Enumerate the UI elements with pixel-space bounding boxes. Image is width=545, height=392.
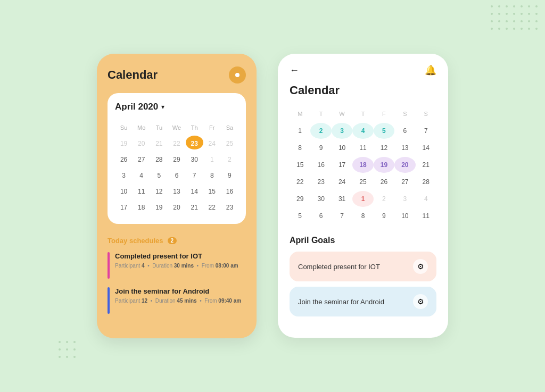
right-cal-header-w: W — [332, 106, 352, 122]
from-2: 09:40 am — [218, 298, 241, 304]
right-cal-day[interactable]: 12 — [374, 140, 394, 156]
cal-day-today[interactable]: 23 — [186, 136, 203, 149]
cal-day[interactable]: 24 — [203, 136, 221, 149]
right-cal-week-1: 1 2 3 4 5 6 7 — [290, 123, 436, 139]
right-cal-day[interactable]: 10 — [332, 140, 352, 156]
cal-day[interactable]: 20 — [168, 199, 185, 213]
cal-day[interactable]: 1 — [203, 152, 221, 165]
cal-day[interactable]: 6 — [168, 168, 185, 181]
cal-day[interactable]: 11 — [133, 184, 150, 197]
cal-day[interactable]: 20 — [133, 136, 150, 149]
cal-day[interactable]: 17 — [115, 199, 133, 213]
cal-day[interactable]: 3 — [115, 168, 133, 181]
cal-day[interactable]: 25 — [221, 136, 238, 149]
right-cal-day[interactable]: 26 — [374, 174, 394, 190]
right-cal-day[interactable]: 3 — [332, 123, 352, 139]
cal-day[interactable]: 30 — [186, 152, 203, 165]
cal-day[interactable]: 16 — [221, 184, 238, 197]
cal-day[interactable]: 23 — [221, 199, 238, 213]
right-cal-day[interactable]: 28 — [416, 174, 436, 190]
cal-day[interactable]: 7 — [186, 168, 203, 181]
schedule-item-1[interactable]: Completed present for IOT Participant 4 … — [108, 252, 246, 279]
cal-day[interactable]: 27 — [133, 152, 150, 165]
cal-day[interactable]: 2 — [221, 152, 238, 165]
cal-day[interactable]: 5 — [150, 168, 168, 181]
cal-header-sa: Sa — [221, 120, 238, 134]
right-cal-day[interactable]: 23 — [310, 174, 331, 190]
goal-text-1: Completed present for IOT — [298, 263, 380, 271]
right-cal-day[interactable]: 3 — [394, 191, 415, 207]
right-cal-day[interactable]: 7 — [332, 208, 352, 224]
right-cal-day[interactable]: 22 — [290, 174, 310, 190]
right-cal-day[interactable]: 6 — [310, 208, 331, 224]
cal-day[interactable]: 12 — [150, 184, 168, 197]
cal-day[interactable]: 4 — [133, 168, 150, 181]
right-cal-day[interactable]: 30 — [310, 191, 331, 207]
schedule-item-2[interactable]: Join the seminar for Android Participant… — [108, 287, 246, 314]
right-cal-day[interactable]: 11 — [352, 140, 373, 156]
right-cal-day[interactable]: 25 — [352, 174, 373, 190]
right-cal-day[interactable]: 2 — [310, 123, 331, 139]
right-cal-day[interactable]: 11 — [416, 208, 436, 224]
cal-day[interactable]: 10 — [115, 184, 133, 197]
cal-day[interactable]: 14 — [186, 184, 203, 197]
cal-header-mo: Mo — [133, 120, 150, 134]
from-1: 08:00 am — [216, 263, 238, 269]
right-cal-day[interactable]: 21 — [416, 157, 436, 173]
right-cal-day[interactable]: 15 — [290, 157, 310, 173]
right-cal-day[interactable]: 14 — [416, 140, 436, 156]
right-cal-day[interactable]: 20 — [394, 157, 415, 173]
right-cal-day[interactable]: 16 — [310, 157, 331, 173]
cal-day[interactable]: 13 — [168, 184, 185, 197]
right-cal-day[interactable]: 1 — [290, 123, 310, 139]
right-cal-day[interactable]: 31 — [332, 191, 352, 207]
bell-icon[interactable]: 🔔 — [425, 64, 436, 76]
goal-item-1[interactable]: Completed present for IOT ⚙ — [290, 252, 436, 281]
settings-icon-button[interactable] — [229, 66, 246, 84]
right-cal-day[interactable]: 9 — [374, 208, 394, 224]
right-cal-day[interactable]: 10 — [394, 208, 415, 224]
cal-day[interactable]: 9 — [221, 168, 238, 181]
schedule-title-2: Join the seminar for Android — [115, 287, 241, 295]
cal-day[interactable]: 19 — [150, 199, 168, 213]
right-cal-day[interactable]: 6 — [394, 123, 415, 139]
cal-week-2: 26 27 28 29 30 1 2 — [115, 152, 238, 165]
cal-day[interactable]: 28 — [150, 152, 168, 165]
cal-day[interactable]: 29 — [168, 152, 185, 165]
schedule-bar-blue — [108, 287, 110, 314]
right-cal-day[interactable]: 5 — [374, 123, 394, 139]
right-cal-day[interactable]: 9 — [310, 140, 331, 156]
right-cal-day[interactable]: 13 — [394, 140, 415, 156]
cal-day[interactable]: 19 — [115, 136, 133, 149]
right-cal-day[interactable]: 18 — [352, 157, 373, 173]
left-card-header: Calendar — [108, 66, 246, 84]
cal-day[interactable]: 22 — [203, 199, 221, 213]
right-cal-header-t: T — [310, 106, 331, 122]
chevron-down-icon[interactable]: ▾ — [161, 103, 164, 111]
right-cal-day[interactable]: 1 — [352, 191, 373, 207]
cal-day[interactable]: 8 — [203, 168, 221, 181]
cal-day[interactable]: 22 — [168, 136, 185, 149]
right-cal-day[interactable]: 8 — [352, 208, 373, 224]
participant-count-1: 4 — [142, 263, 145, 269]
right-cal-day[interactable]: 4 — [352, 123, 373, 139]
cal-day[interactable]: 26 — [115, 152, 133, 165]
right-calendar: M T W T F S S 1 2 3 4 5 6 7 8 9 — [290, 106, 436, 224]
cal-day[interactable]: 21 — [186, 199, 203, 213]
right-cal-day[interactable]: 19 — [374, 157, 394, 173]
right-cal-day[interactable]: 27 — [394, 174, 415, 190]
right-cal-day[interactable]: 24 — [332, 174, 352, 190]
cal-header-fr: Fr — [203, 120, 221, 134]
right-cal-day[interactable]: 5 — [290, 208, 310, 224]
right-cal-day[interactable]: 4 — [416, 191, 436, 207]
right-cal-day[interactable]: 17 — [332, 157, 352, 173]
right-cal-day[interactable]: 8 — [290, 140, 310, 156]
cal-day[interactable]: 18 — [133, 199, 150, 213]
right-cal-day[interactable]: 7 — [416, 123, 436, 139]
right-cal-day[interactable]: 29 — [290, 191, 310, 207]
cal-day[interactable]: 15 — [203, 184, 221, 197]
goal-item-2[interactable]: Join the seminar for Android ⚙ — [290, 287, 436, 316]
right-cal-day[interactable]: 2 — [374, 191, 394, 207]
cal-day[interactable]: 21 — [150, 136, 168, 149]
back-button[interactable]: ← — [290, 65, 299, 76]
